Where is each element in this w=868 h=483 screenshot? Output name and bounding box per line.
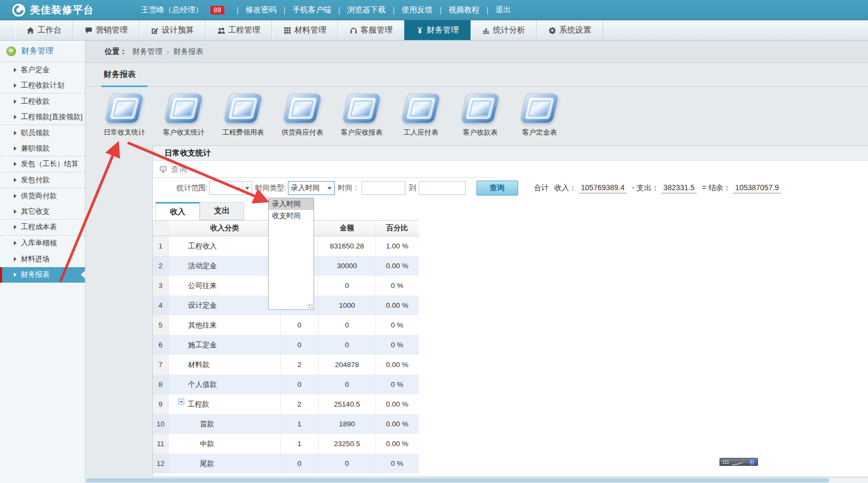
report-worker-payable[interactable]: 工人应付表 — [397, 94, 445, 137]
collapse-minus-icon[interactable] — [178, 399, 184, 404]
tab-finance[interactable]: 财务管理 — [404, 20, 471, 40]
tab-income[interactable]: 收入 — [155, 202, 200, 220]
table-row[interactable]: 8个人借款000 % — [153, 375, 419, 394]
active-tab-underline — [101, 85, 147, 87]
link-divider: | — [338, 6, 340, 14]
header-links: |修改密码 |手机客户端 |浏览器下载 |使用反馈 |视频教程 |退出 — [230, 5, 511, 15]
report-customer-deposit[interactable]: 客户定金表 — [515, 94, 564, 137]
brand-title: 美佳装修平台 — [30, 3, 94, 17]
tab-customer-service[interactable]: 客服管理 — [338, 20, 404, 40]
time-type-combobox[interactable]: 录入时间 — [288, 181, 335, 195]
sidebar-item-supplier-payment[interactable]: 供货商付款 — [0, 188, 85, 204]
time-from-input[interactable] — [362, 181, 405, 195]
report-label: 工程费领用表 — [219, 128, 267, 137]
tab-project[interactable]: 工程管理 — [206, 20, 272, 40]
header-percent: 百分比 — [376, 221, 418, 236]
link-video-tutorial[interactable]: 视频教程 — [449, 5, 480, 15]
balance-value: 105387057.9 — [733, 183, 781, 193]
grid-icon — [284, 27, 291, 34]
tab-materials[interactable]: 材料管理 — [272, 20, 338, 40]
sidebar-group-finance[interactable]: 财务管理 — [0, 41, 85, 62]
dropdown-caret[interactable] — [325, 182, 334, 194]
monitor-icon — [159, 166, 167, 173]
header-amount: 金额 — [318, 221, 376, 236]
tab-design-budget[interactable]: 设计预算 — [139, 20, 206, 40]
tab-marketing[interactable]: 营销管理 — [73, 20, 139, 40]
sidebar-item-staff-draw[interactable]: 职员领款 — [0, 125, 85, 141]
table-row[interactable]: 6施工定金000 % — [153, 335, 419, 355]
report-icon — [224, 94, 262, 123]
report-project-fee[interactable]: 工程费领用表 — [219, 94, 267, 137]
scope-combobox[interactable]: × — [209, 181, 252, 195]
home-icon — [27, 27, 34, 34]
table-row[interactable]: 9工程款225140.50.00 % — [153, 394, 419, 414]
report-supplier-payable[interactable]: 供货商应付表 — [278, 94, 326, 137]
link-divider: | — [440, 6, 442, 14]
link-feedback[interactable]: 使用反馈 — [402, 5, 433, 15]
link-browser-download[interactable]: 浏览器下载 — [347, 5, 386, 15]
table-row[interactable]: 11中款123250.50.00 % — [153, 434, 419, 454]
main-nav: 工作台 营销管理 设计预算 工程管理 材料管理 客服管理 财务管理 统计分析 系… — [0, 20, 868, 41]
edit-icon — [151, 27, 159, 34]
breadcrumb-finance[interactable]: 财务管理 — [132, 47, 162, 57]
report-daily-inout[interactable]: 日常收支统计 — [100, 94, 148, 137]
sidebar-item-label: 工程领款[直接领款] — [21, 112, 83, 122]
sidebar-item-inbound-audit[interactable]: 入库单稽核 — [0, 236, 85, 252]
option-entry-time[interactable]: 录入时间 — [269, 198, 314, 210]
tab-statistics[interactable]: 统计分析 — [471, 20, 537, 40]
sidebar-item-parttime-draw[interactable]: 兼职领款 — [0, 141, 85, 157]
caret-right-icon — [14, 68, 17, 72]
table-row[interactable]: 7材料款22048780.00 % — [153, 355, 419, 375]
table-row[interactable]: 5其他往来000 % — [153, 315, 419, 335]
tab-label: 工作台 — [37, 25, 61, 35]
option-inout-time[interactable]: 收支时间 — [269, 210, 314, 222]
tab-expense[interactable]: 支出 — [200, 202, 244, 220]
report-customer-receipt[interactable]: 客户收款表 — [456, 94, 504, 137]
sidebar-item-label: 工程收款计划 — [21, 81, 64, 90]
link-divider: | — [237, 6, 239, 14]
sidebar-item-receipt-plan[interactable]: 工程收款计划 — [0, 78, 85, 94]
caret-right-icon — [14, 146, 17, 151]
tab-workbench[interactable]: 工作台 — [15, 20, 73, 40]
sidebar-item-finance-report[interactable]: 财务报表 — [0, 267, 85, 283]
scrollbar-thumb[interactable] — [86, 478, 829, 482]
caret-right-icon — [14, 241, 17, 245]
caret-right-icon — [14, 209, 17, 214]
sidebar-item-cost-table[interactable]: 工程成本表 — [0, 220, 85, 236]
tab-label: 统计分析 — [493, 25, 525, 35]
bar-chart-icon — [482, 27, 490, 34]
sidebar-item-material-entry[interactable]: 材料进场 — [0, 251, 85, 267]
resize-handle[interactable] — [308, 304, 313, 309]
sidebar-item-other-inout[interactable]: 其它收支 — [0, 204, 85, 220]
tab-label: 系统设置 — [559, 25, 591, 35]
sidebar-item-contract-payment[interactable]: 发包付款 — [0, 173, 85, 189]
breadcrumb-report[interactable]: 财务报表 — [174, 47, 204, 57]
income-expense-tabs: 收入 支出 — [155, 202, 868, 220]
yen-icon — [416, 27, 424, 34]
caret-right-icon — [14, 162, 17, 166]
report-label: 日常收支统计 — [100, 128, 148, 137]
gear-icon — [549, 27, 556, 34]
link-change-password[interactable]: 修改密码 — [246, 5, 277, 15]
sidebar-item-project-draw[interactable]: 工程领款[直接领款] — [0, 110, 85, 126]
sidebar-item-project-receipt[interactable]: 工程收款 — [0, 94, 85, 110]
notification-badge[interactable]: 89 — [210, 6, 224, 14]
report-customer-inout[interactable]: 客户收支统计 — [160, 94, 208, 137]
dropdown-caret[interactable] — [243, 182, 252, 194]
report-icon — [342, 94, 381, 123]
report-icon — [105, 94, 144, 123]
time-to-input[interactable] — [419, 181, 466, 195]
sidebar-item-customer-deposit[interactable]: 客户定金 — [0, 62, 85, 78]
link-logout[interactable]: 退出 — [496, 5, 511, 15]
clear-icon[interactable]: × — [234, 184, 243, 192]
sidebar-item-foreman-settle[interactable]: 发包（工长）结算 — [0, 157, 85, 173]
table-row[interactable]: 10首款118900.00 % — [153, 414, 419, 434]
floating-toolbar[interactable] — [720, 458, 758, 466]
scope-label: 统计范围: — [177, 183, 208, 193]
tab-settings[interactable]: 系统设置 — [537, 20, 603, 40]
query-button[interactable]: 查询 — [476, 181, 518, 196]
tab-finance-report[interactable]: 财务报表 — [104, 69, 136, 80]
link-mobile-client[interactable]: 手机客户端 — [292, 5, 331, 15]
table-row[interactable]: 12尾款000 % — [153, 454, 419, 473]
report-customer-receivable[interactable]: 客户应收报表 — [338, 94, 386, 137]
